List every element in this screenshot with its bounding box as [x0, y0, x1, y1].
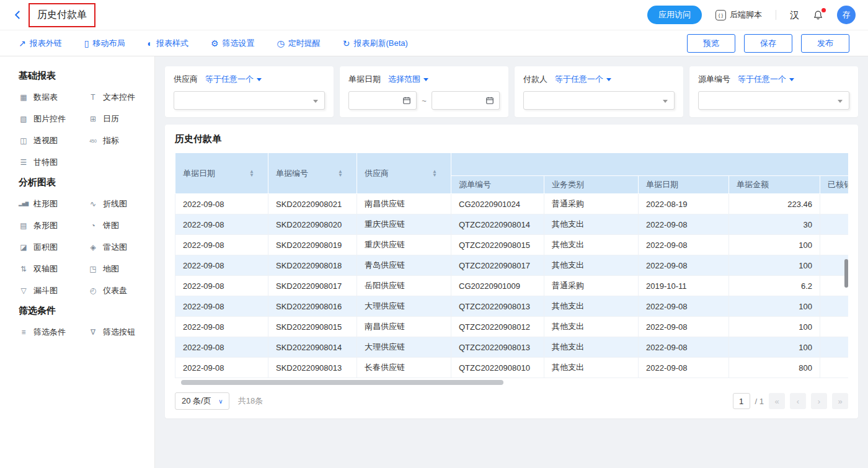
back-button[interactable]: [12, 9, 24, 20]
sidebar-item-label: 日历: [103, 113, 119, 125]
toolbar-item-mobile-layout[interactable]: ▯移动布局: [84, 38, 125, 49]
payer-select[interactable]: [523, 91, 675, 110]
table-cell: [820, 317, 849, 337]
filter-label: 供应商: [174, 74, 198, 85]
table-row[interactable]: 2022-09-08SKD20220908015南昌供应链QTZC2022090…: [175, 317, 849, 337]
filter-card-supplier[interactable]: 供应商 等于任意一个: [165, 66, 334, 117]
chevron-down-icon: [606, 78, 611, 81]
table-row[interactable]: 2022-09-08SKD20220908013长春供应链QTZC2022090…: [175, 358, 849, 378]
sidebar-section-title: 筛选条件: [19, 305, 136, 317]
sidebar-item[interactable]: ◳地图: [88, 263, 136, 275]
sidebar-item[interactable]: ≡筛选条件: [19, 327, 88, 338]
sidebar-item-label: 甘特图: [33, 157, 58, 168]
table-row[interactable]: 2022-09-08SKD20220908016大理供应链QTZC2022090…: [175, 296, 849, 317]
date-end-input[interactable]: [432, 91, 500, 110]
filter-condition-dropdown[interactable]: 选择范围: [388, 74, 428, 85]
table-cell: 2022-09-08: [175, 337, 268, 358]
sidebar-item[interactable]: ☰甘特图: [19, 157, 88, 168]
backend-script-button[interactable]: { } 后端脚本: [715, 9, 762, 20]
current-page-input[interactable]: 1: [733, 393, 750, 409]
table-row[interactable]: 2022-09-08SKD20220908021南昌供应链CG202209010…: [175, 194, 849, 214]
table-cell: SKD20220908014: [268, 337, 357, 358]
toolbar-item-external-link[interactable]: ↗报表外链: [19, 38, 62, 49]
toolbar-item-scheduled-reminder[interactable]: ◷定时提醒: [277, 38, 320, 49]
total-count-label: 共18条: [238, 395, 263, 407]
sidebar-item[interactable]: ◪面积图: [19, 242, 88, 253]
sidebar-item[interactable]: ▤条形图: [19, 220, 88, 231]
table-cell: 其他支出: [544, 255, 639, 276]
table-cell: 其他支出: [544, 358, 639, 378]
sidebar-item[interactable]: 450指标: [88, 135, 136, 146]
sidebar-item[interactable]: ▦数据表: [19, 92, 88, 103]
clock-icon: ◷: [277, 38, 284, 48]
sidebar-item[interactable]: ▧图片控件: [19, 113, 88, 125]
filter-condition-dropdown[interactable]: 等于任意一个: [205, 74, 262, 85]
sort-icon[interactable]: ▲▼: [432, 170, 437, 177]
avatar[interactable]: 存: [837, 6, 856, 24]
table-cell: SKD20220908013: [268, 358, 357, 378]
filter-condition-label: 等于任意一个: [738, 74, 786, 85]
source-no-select[interactable]: [698, 91, 849, 110]
preview-button[interactable]: 预览: [687, 34, 735, 53]
column-header: 单据日期▲▼: [175, 153, 268, 194]
table-cell: 青岛供应链: [357, 255, 451, 276]
table-cell: 2022-09-08: [175, 276, 268, 296]
filter-condition-label: 等于任意一个: [205, 74, 254, 85]
sidebar-item[interactable]: ▂▅▇柱形图: [19, 198, 88, 210]
column-header: 已核销: [820, 176, 849, 194]
toolbar-item-label: 报表刷新(Beta): [353, 38, 407, 49]
sidebar-item[interactable]: ∿折线图: [88, 198, 136, 210]
report-table: 单据日期▲▼单据编号▲▼供应商▲▼源单编号业务类别单据日期单据金额已核销2022…: [175, 152, 848, 378]
filter-card-payer[interactable]: 付款人 等于任意一个: [515, 66, 683, 117]
first-page-icon[interactable]: «: [769, 393, 785, 409]
sidebar-item-label: 条形图: [33, 220, 58, 231]
column-header: 单据编号▲▼: [268, 153, 357, 194]
horizontal-scrollbar[interactable]: [181, 380, 503, 385]
filter-card-date[interactable]: 单据日期 选择范围 ~: [340, 66, 508, 117]
filter-card-source-no[interactable]: 源单编号 等于任意一个: [689, 66, 858, 117]
table-title: 历史付款单: [175, 133, 848, 145]
page-size-select[interactable]: 20 条/页 ∨: [175, 392, 229, 410]
sidebar-item[interactable]: ∇筛选按钮: [88, 327, 136, 338]
sort-icon[interactable]: ▲▼: [338, 170, 343, 177]
last-page-icon[interactable]: »: [832, 393, 848, 409]
save-button[interactable]: 保存: [744, 34, 792, 53]
table-row[interactable]: 2022-09-08SKD20220908017岳阳供应链CG202209010…: [175, 276, 849, 296]
sidebar-item[interactable]: ◫透视图: [19, 135, 88, 146]
table-row[interactable]: 2022-09-08SKD20220908018青岛供应链QTZC2022090…: [175, 255, 849, 276]
toolbar-item-label: 报表样式: [156, 38, 188, 49]
toolbar-item-filter-settings[interactable]: ⚙筛选设置: [211, 38, 255, 49]
sidebar-item[interactable]: ⇅双轴图: [19, 263, 88, 275]
publish-button[interactable]: 发布: [801, 34, 849, 53]
sidebar-section-title: 分析图表: [19, 177, 136, 188]
sidebar-item[interactable]: ◔饼图: [88, 220, 136, 231]
page-title: 历史付款单: [37, 9, 87, 20]
table-row[interactable]: 2022-09-08SKD20220908020重庆供应链QTZC2022090…: [175, 214, 849, 235]
toolbar-item-report-refresh[interactable]: ↻报表刷新(Beta): [343, 38, 408, 49]
sidebar-item[interactable]: ▽漏斗图: [19, 285, 88, 296]
date-start-input[interactable]: [348, 91, 417, 110]
prev-page-icon[interactable]: ‹: [790, 393, 806, 409]
vertical-scrollbar[interactable]: [844, 259, 848, 288]
table-row[interactable]: 2022-09-08SKD20220908014大理供应链QTZC2022090…: [175, 337, 849, 358]
next-page-icon[interactable]: ›: [811, 393, 827, 409]
sort-icon[interactable]: ▲▼: [249, 170, 254, 177]
sidebar-item[interactable]: T文本控件: [88, 92, 136, 103]
sidebar-item[interactable]: ◴仪表盘: [88, 285, 136, 296]
table-cell: 2022-09-08: [639, 358, 729, 378]
supplier-select[interactable]: [174, 91, 325, 110]
toolbar-item-report-style[interactable]: ◐报表样式: [147, 38, 188, 49]
filter-condition-dropdown[interactable]: 等于任意一个: [738, 74, 794, 85]
sidebar-item-label: 雷达图: [103, 242, 127, 253]
filter-condition-dropdown[interactable]: 等于任意一个: [555, 74, 611, 85]
table-cell: 2022-08-19: [639, 194, 729, 214]
sidebar-item[interactable]: ◈雷达图: [88, 242, 136, 253]
notification-bell-icon[interactable]: [813, 10, 823, 20]
app-access-button[interactable]: 应用访问: [647, 6, 702, 24]
table-row[interactable]: 2022-09-08SKD20220908019重庆供应链QTZC2022090…: [175, 235, 849, 255]
table-cell: 30: [729, 214, 820, 235]
table-cell: [820, 337, 849, 358]
sidebar-item[interactable]: ⊞日历: [88, 113, 136, 125]
dual-axis-chart-icon: ⇅: [19, 265, 29, 273]
language-icon[interactable]: 汉: [790, 9, 799, 21]
